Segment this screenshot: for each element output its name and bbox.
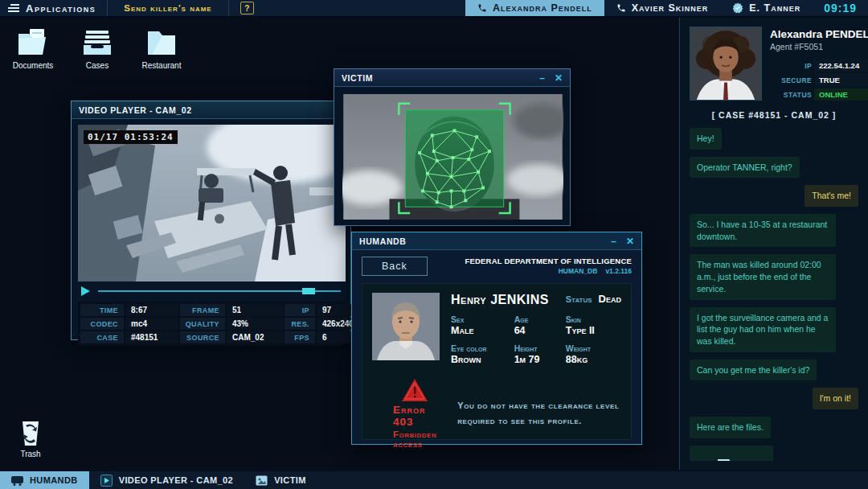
stat-label: RES.: [285, 318, 315, 330]
restaurant-folder-icon: [144, 27, 179, 58]
video-metadata-grid: TIME 8:67 FRAME 51 IP 97 CODEC mc4 QUALI…: [78, 302, 344, 346]
help-button[interactable]: ?: [240, 2, 254, 14]
send-killer-name-button[interactable]: Send killer's name: [111, 0, 224, 16]
image-icon: [256, 475, 268, 487]
stat-value: #48151: [125, 331, 178, 343]
stat-label: CODEC: [80, 318, 124, 330]
app-version: v1.2.116: [605, 267, 632, 275]
agent-field-status: STATUS ONLINE: [770, 88, 868, 101]
minimize-icon[interactable]: –: [539, 73, 545, 83]
trash-icon: [18, 420, 43, 447]
close-icon[interactable]: ✕: [626, 236, 634, 246]
contact-name: Xavier Skinner: [632, 2, 709, 14]
humandb-icon: [11, 475, 23, 486]
agent-last-name: PENDELL: [825, 28, 868, 40]
contact-name: E. Tanner: [749, 2, 800, 14]
error-message: You do not have the clearance level requ…: [457, 398, 621, 429]
profile-panel: Henry JENKINS Status Dead Sex Male Age 6…: [362, 283, 632, 440]
window-video-player: VIDEO PLAYER - CAM_02: [71, 101, 351, 340]
cases-tray-icon: [80, 27, 115, 58]
profile-field-height: Height 1m 79: [514, 343, 561, 365]
divider: [107, 0, 108, 16]
divider: [228, 0, 229, 16]
stat-value: mc4: [125, 318, 178, 330]
agent-field-ip: IP 222.54.1.24: [770, 60, 868, 72]
video-progress-handle[interactable]: [302, 288, 315, 294]
documents-folder-icon: [15, 27, 51, 58]
stat-value: 6: [317, 331, 356, 343]
clock: 09:19: [813, 0, 868, 16]
hamburger-icon: [8, 4, 19, 12]
chat-thread: Hey! Operator TANNER, right? That's me! …: [690, 128, 858, 461]
agent-field-secure: SECURE TRUE: [770, 74, 868, 86]
minimize-icon[interactable]: –: [611, 236, 616, 246]
agent-first-name: Alexandra: [770, 28, 822, 40]
desktop-icon-documents[interactable]: Documents: [10, 27, 56, 70]
top-menu-bar: Applications Send killer's name ? Alexan…: [0, 0, 868, 18]
face-recognition-overlay: [342, 94, 563, 220]
stat-value: CAM_02: [227, 331, 283, 343]
window-humandb: HUMANDB – ✕ Back FEDERAL DEPARTMENT OF I…: [351, 232, 642, 445]
error-code: Error 403: [393, 404, 436, 428]
desktop-icon-cases[interactable]: Cases: [74, 27, 121, 70]
applications-label: Applications: [26, 2, 96, 14]
close-icon[interactable]: ✕: [555, 73, 563, 83]
profile-field-skin: Skin Type II: [566, 314, 621, 336]
desktop-icon-trash[interactable]: Trash: [13, 420, 48, 458]
stat-value: 97: [317, 304, 356, 316]
contact-tab-xavier-skinner[interactable]: Xavier Skinner: [604, 0, 721, 16]
chat-message: The man was killed around 02:00 a.m., ju…: [690, 254, 836, 299]
stat-label: SOURCE: [180, 331, 225, 343]
warning-triangle-icon: [401, 378, 428, 402]
chat-attachment-restaurant-folder[interactable]: Restaurant: [690, 446, 773, 461]
chat-sidebar: Alexandra PENDELL Agent #F5051 IP 222.54…: [679, 18, 868, 470]
contact-tab-e-tanner[interactable]: E. Tanner: [720, 0, 813, 16]
stat-label: TIME: [80, 304, 124, 316]
window-title: VIDEO PLAYER - CAM_02: [79, 105, 192, 115]
stat-value: 426x240: [317, 318, 356, 330]
stat-value: 43%: [227, 318, 283, 330]
status-label: Status: [566, 294, 592, 304]
window-title: VICTIM: [342, 73, 373, 83]
play-icon[interactable]: [81, 286, 90, 296]
taskbar-label: VICTIM: [274, 475, 306, 485]
phone-icon: [616, 3, 626, 13]
video-progress-bar[interactable]: [98, 290, 341, 292]
taskbar-item-humandb[interactable]: HUMANDB: [0, 471, 89, 489]
phone-icon: [477, 3, 487, 13]
humandb-titlebar[interactable]: HUMANDB – ✕: [352, 232, 641, 250]
cctv-footage-image: [78, 125, 346, 281]
chat-message: So... I have a 10-35 at a restaurant dow…: [690, 214, 836, 247]
chat-message: Can you get me the killer's id?: [690, 360, 817, 381]
back-button[interactable]: Back: [362, 257, 428, 276]
agent-portrait-photo: [690, 27, 762, 101]
icon-label: Cases: [86, 61, 108, 70]
error-name: Forbidden access: [393, 429, 436, 449]
video-player-titlebar[interactable]: VIDEO PLAYER - CAM_02: [72, 101, 350, 119]
verified-badge-icon: [732, 2, 743, 14]
stat-label: FPS: [285, 331, 315, 343]
desktop-icon-grid: Documents Cases Restaurant: [10, 27, 185, 70]
contact-tab-alexandra-pendell[interactable]: Alexandra Pendell: [465, 0, 604, 16]
applications-menu[interactable]: Applications: [8, 2, 96, 14]
profile-field-eye-color: Eye color Brown: [451, 343, 510, 365]
profile-first-name: Henry: [451, 293, 486, 306]
taskbar-item-video-player[interactable]: VIDEO PLAYER - CAM_02: [89, 471, 244, 489]
profile-field-sex: Sex Male: [451, 314, 510, 336]
agent-card: Alexandra PENDELL Agent #F5051 IP 222.54…: [690, 27, 858, 101]
taskbar-item-victim[interactable]: VICTIM: [244, 471, 317, 489]
victim-titlebar[interactable]: VICTIM – ✕: [334, 69, 570, 87]
agent-id: Agent #F5051: [770, 42, 868, 51]
contact-name: Alexandra Pendell: [493, 2, 592, 14]
profile-last-name: JENKINS: [490, 293, 549, 306]
icon-label: Restaurant: [142, 61, 182, 70]
stat-label: FRAME: [180, 304, 225, 316]
stat-value: 51: [227, 304, 283, 316]
chat-message: I'm on it!: [813, 388, 858, 409]
cctv-timestamp-overlay: 01/17 01:53:24: [84, 130, 178, 144]
window-victim: VICTIM – ✕: [334, 68, 571, 226]
desktop-icon-restaurant[interactable]: Restaurant: [138, 27, 185, 70]
window-title: HUMANDB: [359, 236, 406, 246]
play-icon: [100, 475, 113, 487]
profile-field-age: Age 64: [514, 314, 561, 336]
